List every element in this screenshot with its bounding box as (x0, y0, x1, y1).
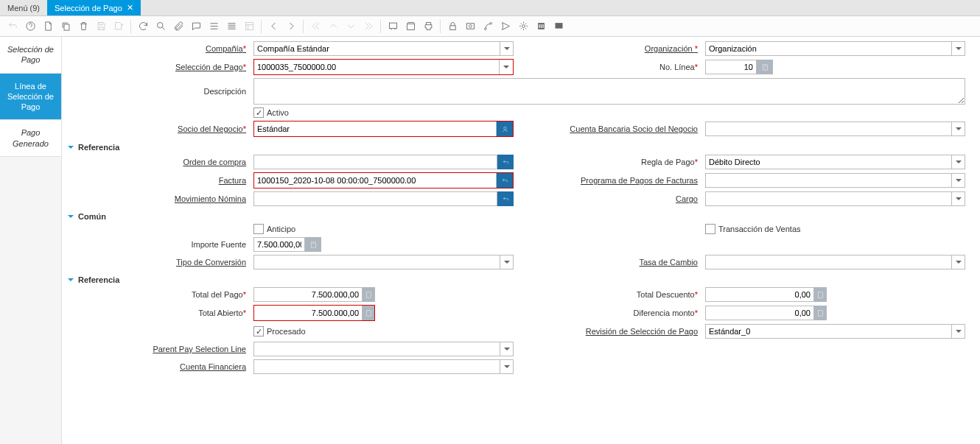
new-icon[interactable] (40, 18, 56, 35)
archive-icon[interactable] (402, 18, 419, 35)
label-cuenta-financiera: Cuenta Financiera (62, 362, 253, 371)
descripcion-textarea[interactable] (253, 78, 965, 105)
search-icon[interactable] (153, 18, 169, 35)
transaccion-ventas-checkbox[interactable]: Transacción de Ventas (705, 224, 801, 234)
export-icon[interactable] (550, 18, 567, 35)
cuenta-bancaria-dropdown-icon[interactable] (952, 121, 965, 136)
cuenta-financiera-input[interactable] (253, 359, 500, 374)
label-revision: Revisión de Selección de Pago (514, 327, 705, 336)
lock-icon[interactable] (444, 18, 461, 35)
cargo-input[interactable] (705, 191, 952, 206)
compania-input[interactable] (253, 41, 500, 56)
diferencia-monto-input[interactable] (705, 306, 814, 320)
regla-pago-input[interactable] (705, 155, 952, 169)
procesado-checkbox[interactable]: Procesado (253, 326, 306, 336)
importe-fuente-input[interactable] (253, 237, 305, 252)
socio-lookup-icon[interactable] (497, 121, 513, 136)
first-icon[interactable] (307, 18, 323, 35)
anticipo-checkbox[interactable]: Anticipo (253, 224, 295, 234)
total-abierto-calc-icon[interactable] (363, 306, 374, 320)
last-icon[interactable] (360, 18, 377, 35)
total-abierto-input[interactable] (254, 306, 363, 320)
help-icon[interactable] (22, 18, 38, 35)
sidebar-item-linea-seleccion[interactable]: Línea de Selección de Pago (0, 74, 61, 121)
activo-checkbox[interactable]: Activo (253, 108, 289, 118)
factura-lookup-icon[interactable] (497, 173, 513, 188)
cuenta-financiera-dropdown-icon[interactable] (500, 359, 514, 374)
tasa-cambio-input[interactable] (705, 255, 952, 269)
importe-calc-icon[interactable] (305, 237, 321, 252)
collapse-icon[interactable] (68, 215, 74, 221)
svg-rect-1 (64, 24, 69, 30)
organizacion-dropdown-icon[interactable] (952, 41, 965, 56)
orden-lookup-icon[interactable] (497, 155, 514, 169)
attachment-icon[interactable] (170, 18, 186, 35)
close-icon[interactable]: ✕ (127, 3, 133, 13)
compania-dropdown-icon[interactable] (500, 41, 514, 56)
sidebar: Selección de Pago Línea de Selección de … (0, 37, 62, 444)
info-icon[interactable] (533, 18, 549, 35)
label-socio: Socio del Negocio* (62, 124, 253, 133)
sidebar-item-seleccion-pago[interactable]: Selección de Pago (0, 37, 61, 74)
check-icon (253, 224, 264, 234)
seleccion-pago-input[interactable] (254, 60, 500, 74)
total-pago-calc-icon[interactable] (363, 287, 375, 302)
regla-pago-dropdown-icon[interactable] (952, 155, 965, 169)
total-pago-input[interactable] (253, 287, 363, 302)
collapse-icon[interactable] (68, 146, 74, 152)
up-icon[interactable] (325, 18, 341, 35)
form-icon[interactable] (241, 18, 257, 35)
undo-icon[interactable] (4, 18, 21, 35)
print-icon[interactable] (420, 18, 436, 35)
collapse-icon[interactable] (68, 278, 74, 284)
chat-icon[interactable] (188, 18, 204, 35)
parent-line-dropdown-icon[interactable] (500, 342, 514, 356)
zoom-icon[interactable] (462, 18, 478, 35)
programa-pagos-dropdown-icon[interactable] (952, 173, 965, 188)
organizacion-input[interactable] (705, 41, 952, 56)
delete-icon[interactable] (75, 18, 91, 35)
movimiento-nomina-input[interactable] (253, 191, 497, 206)
workflow-icon[interactable] (480, 18, 496, 35)
tab-menu[interactable]: Menú (9) (0, 0, 47, 15)
label-total-pago: Total del Pago* (62, 290, 253, 299)
report-icon[interactable] (385, 18, 401, 35)
revision-input[interactable] (705, 324, 952, 339)
nolinea-input[interactable] (705, 60, 757, 74)
factura-input[interactable] (254, 173, 497, 188)
grid-icon[interactable] (206, 18, 222, 35)
gear-icon[interactable] (515, 18, 531, 35)
seleccion-dropdown-icon[interactable] (500, 60, 513, 74)
nomina-lookup-icon[interactable] (497, 191, 514, 206)
label-seleccion: Selección de Pago* (62, 63, 253, 71)
total-descuento-calc-icon[interactable] (814, 287, 827, 302)
socio-input[interactable] (254, 121, 497, 136)
tab-seleccion-pago[interactable]: Selección de Pago ✕ (47, 0, 141, 15)
list-icon[interactable] (223, 18, 239, 35)
svg-point-8 (484, 28, 486, 30)
svg-rect-14 (542, 24, 543, 28)
tipo-conversion-dropdown-icon[interactable] (500, 255, 514, 269)
programa-pagos-input[interactable] (705, 173, 952, 188)
sidebar-item-pago-generado[interactable]: Pago Generado (0, 120, 61, 157)
nolinea-calc-icon[interactable] (757, 60, 773, 74)
refresh-icon[interactable] (135, 18, 151, 35)
tasa-cambio-dropdown-icon[interactable] (952, 255, 965, 269)
tipo-conversion-input[interactable] (253, 255, 500, 269)
save-new-icon[interactable] (111, 18, 127, 35)
parent-line-input[interactable] (253, 342, 500, 356)
cargo-dropdown-icon[interactable] (952, 191, 965, 206)
diferencia-calc-icon[interactable] (814, 306, 827, 320)
cuenta-bancaria-input[interactable] (705, 121, 952, 136)
total-descuento-input[interactable] (705, 287, 814, 302)
copy-icon[interactable] (57, 18, 74, 35)
svg-rect-5 (449, 26, 455, 30)
down-icon[interactable] (343, 18, 359, 35)
prev-icon[interactable] (265, 18, 281, 35)
next-icon[interactable] (283, 18, 299, 35)
orden-compra-input[interactable] (253, 155, 497, 169)
request-icon[interactable] (497, 18, 514, 35)
svg-point-7 (469, 25, 472, 28)
revision-dropdown-icon[interactable] (952, 324, 965, 339)
save-icon[interactable] (93, 18, 109, 35)
